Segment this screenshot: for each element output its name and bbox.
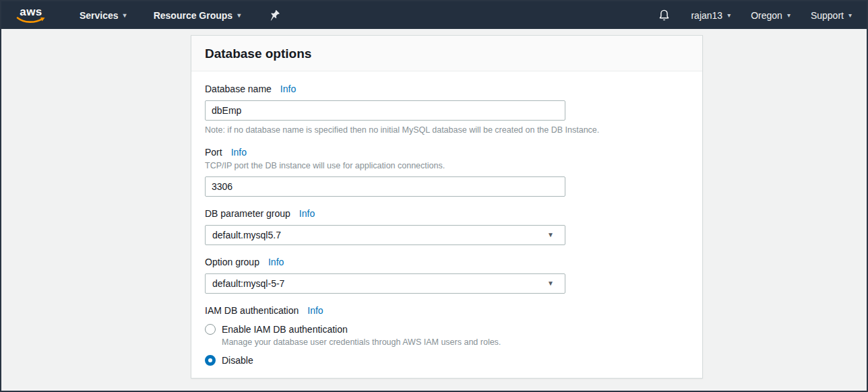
- database-name-label-row: Database name Info: [205, 83, 689, 95]
- panel-header: Database options: [191, 36, 702, 71]
- db-parameter-group-selected-value: default.mysql5.7: [212, 230, 281, 240]
- aws-smile-icon: [16, 17, 46, 24]
- top-navbar: aws Services ▾ Resource Groups ▾: [1, 1, 867, 29]
- nav-resource-groups-menu[interactable]: Resource Groups ▾: [154, 10, 241, 21]
- option-group-label-row: Option group Info: [205, 256, 689, 268]
- db-parameter-group-field: DB parameter group Info default.mysql5.7…: [205, 207, 689, 245]
- nav-resource-groups-label: Resource Groups: [154, 10, 232, 21]
- iam-db-authentication-info-link[interactable]: Info: [307, 304, 323, 317]
- nav-services-label: Services: [80, 10, 119, 21]
- iam-db-authentication-field: IAM DB authentication Info Enable IAM DB…: [205, 304, 689, 366]
- nav-region-menu[interactable]: Oregon ▾: [751, 10, 790, 21]
- nav-support-label: Support: [811, 10, 844, 21]
- bell-icon: [658, 9, 671, 22]
- nav-region-label: Oregon: [751, 10, 782, 21]
- iam-auth-enable-description: Manage your database user credentials th…: [222, 337, 689, 348]
- panel-body: Database name Info Note: if no database …: [191, 71, 702, 378]
- database-name-input[interactable]: [205, 100, 565, 121]
- db-parameter-group-label-row: DB parameter group Info: [205, 207, 689, 220]
- chevron-down-icon: ▾: [848, 12, 852, 19]
- radio-selected-icon[interactable]: [205, 355, 216, 366]
- pin-shortcut-button[interactable]: [269, 9, 280, 22]
- pushpin-icon: [269, 9, 280, 22]
- caret-down-icon: ▼: [547, 232, 554, 238]
- database-name-field: Database name Info Note: if no database …: [205, 83, 689, 135]
- option-group-select[interactable]: default:mysql-5-7 ▼: [205, 273, 565, 294]
- db-parameter-group-info-link[interactable]: Info: [299, 207, 315, 220]
- iam-db-authentication-label-row: IAM DB authentication Info: [205, 304, 689, 317]
- port-label-row: Port Info: [205, 146, 689, 158]
- option-group-selected-value: default:mysql-5-7: [212, 278, 284, 289]
- app-window: aws Services ▾ Resource Groups ▾: [0, 0, 868, 392]
- nav-services-menu[interactable]: Services ▾: [80, 10, 127, 21]
- database-name-note: Note: if no database name is specified t…: [205, 125, 689, 135]
- port-label: Port: [205, 146, 222, 158]
- port-input[interactable]: [205, 176, 565, 197]
- iam-auth-disable-label: Disable: [222, 355, 253, 366]
- iam-db-authentication-label: IAM DB authentication: [205, 304, 299, 317]
- iam-auth-disable-radio[interactable]: Disable: [205, 355, 689, 366]
- db-parameter-group-select[interactable]: default.mysql5.7 ▼: [205, 225, 565, 245]
- radio-unselected-icon[interactable]: [205, 324, 216, 335]
- aws-logo-text: aws: [20, 7, 42, 17]
- chevron-down-icon: ▾: [123, 12, 127, 19]
- db-parameter-group-label: DB parameter group: [205, 207, 290, 220]
- aws-logo[interactable]: aws: [16, 7, 46, 24]
- notifications-button[interactable]: [658, 9, 671, 22]
- iam-auth-enable-radio[interactable]: Enable IAM DB authentication: [205, 324, 689, 335]
- database-name-label: Database name: [205, 83, 272, 95]
- option-group-field: Option group Info default:mysql-5-7 ▼: [205, 256, 689, 294]
- caret-down-icon: ▼: [547, 280, 554, 287]
- nav-username: rajan13: [691, 10, 722, 21]
- chevron-down-icon: ▾: [237, 12, 241, 19]
- nav-account-menu[interactable]: rajan13 ▾: [691, 10, 731, 21]
- panel-title: Database options: [205, 46, 689, 61]
- database-options-panel: Database options Database name Info Note…: [191, 35, 703, 379]
- option-group-label: Option group: [205, 256, 259, 268]
- nav-support-menu[interactable]: Support ▾: [811, 10, 852, 21]
- option-group-info-link[interactable]: Info: [268, 256, 284, 268]
- iam-auth-enable-label: Enable IAM DB authentication: [222, 324, 348, 335]
- chevron-down-icon: ▾: [727, 12, 731, 19]
- port-description: TCP/IP port the DB instance will use for…: [205, 161, 689, 171]
- port-field: Port Info TCP/IP port the DB instance wi…: [205, 146, 689, 197]
- database-name-info-link[interactable]: Info: [280, 83, 296, 95]
- nav-right-group: rajan13 ▾ Oregon ▾ Support ▾: [658, 9, 852, 22]
- chevron-down-icon: ▾: [787, 12, 790, 19]
- port-info-link[interactable]: Info: [231, 146, 247, 158]
